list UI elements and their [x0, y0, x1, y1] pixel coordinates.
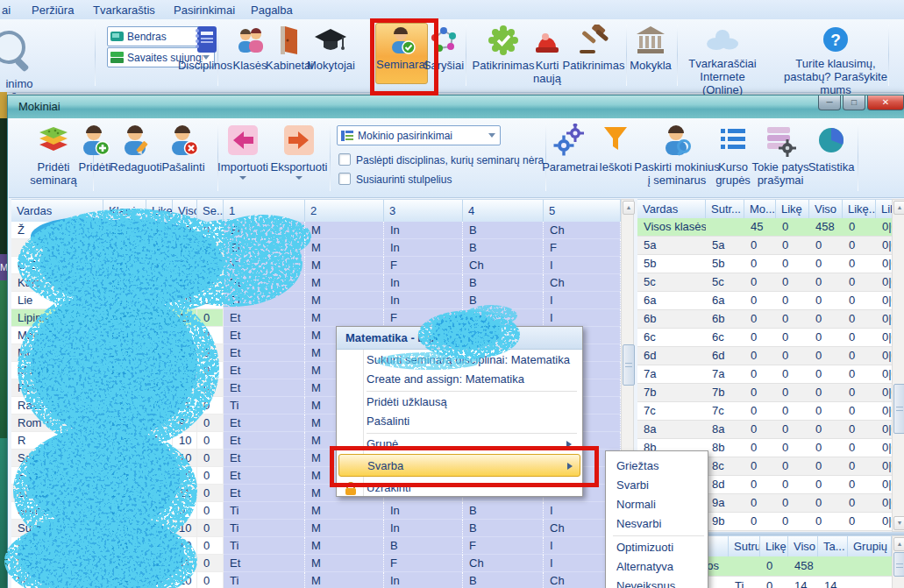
column-header[interactable]: Vardas	[637, 200, 706, 219]
table-row[interactable]: Lie12a0100EtMInBI	[11, 292, 621, 309]
scrollbar-thumb[interactable]	[623, 344, 635, 386]
table-cell: 0	[146, 222, 173, 239]
submenu-item-neveiksnus[interactable]: Neveiksnus	[616, 577, 704, 588]
menu-item-failai[interactable]: ai	[0, 2, 16, 18]
ribbon-button-klases[interactable]: Klasės	[231, 23, 269, 72]
table-row[interactable]: Lipins T12a0110EtMFChI	[11, 309, 621, 327]
table-cell: 0	[843, 365, 876, 383]
submenu-item-normali[interactable]: Normali	[616, 495, 704, 514]
table-row[interactable]: 6b6b00000|0	[637, 310, 892, 329]
column-header[interactable]: 1	[224, 200, 305, 223]
menu-item-tvarkarastis[interactable]: Tvarkaraštis	[88, 2, 160, 18]
table-row[interactable]: Va12a0110EtMFChI	[11, 555, 621, 572]
scroll-up-icon[interactable]: ▲	[893, 537, 904, 551]
window-titlebar[interactable]: Mokiniai ─ □ ✕	[8, 96, 904, 118]
menu-item-remove[interactable]: Pašalinti	[367, 412, 577, 431]
narrow-columns-checkbox[interactable]: Susiaurinti stulpelius	[338, 173, 452, 186]
column-header[interactable]: 2	[305, 200, 384, 223]
column-header[interactable]: Viso	[788, 536, 818, 557]
toolbar-button-label: Tokie patys prašymai	[747, 160, 814, 187]
column-header[interactable]: Likę...	[876, 200, 892, 219]
table-row[interactable]: 7a7a00000|0	[637, 365, 892, 384]
ribbon-button-disciplinos[interactable]: Disciplinos	[177, 23, 233, 72]
menu-item-pagalba[interactable]: Pagalba	[246, 2, 298, 18]
import-button[interactable]: Importuoti	[214, 124, 272, 180]
classes-table-scrollbar[interactable]: ▲ ▼	[892, 199, 904, 532]
menu-item-create-seminar[interactable]: Sukurti seminarą disciplinai: Matematika	[367, 351, 577, 370]
scrollbar-thumb[interactable]	[893, 552, 904, 577]
scrollbar-thumb[interactable]	[893, 384, 904, 434]
hide-disciplines-checkbox[interactable]: Paslėpti disciplinas, kurių seminarų nėr…	[338, 153, 544, 166]
table-cell: 0	[197, 432, 224, 450]
submenu-item-optimizuoti[interactable]: Optimizuoti	[616, 538, 704, 557]
table-row[interactable]: 12a0100EtMInBF	[11, 239, 621, 257]
submenu-item-nesvarbi[interactable]: Nesvarbi	[616, 514, 704, 534]
ribbon-button-mokytojai[interactable]: Mokytojai	[307, 23, 354, 72]
table-row[interactable]: Č Z12a0100TiMFChI	[11, 257, 621, 274]
scroll-up-icon[interactable]: ▲	[623, 201, 635, 215]
column-header[interactable]: Ta...	[818, 536, 848, 557]
ribbon-button-help-feedback[interactable]: ? Turite klausimų, pastabų? Parašykite m…	[772, 23, 900, 96]
table-row[interactable]: 8a8a00000|0	[637, 421, 892, 439]
scroll-up-icon[interactable]: ▲	[893, 201, 904, 215]
menu-item-create-assign[interactable]: Create and assign: Matematika	[367, 370, 577, 389]
table-row[interactable]: 6c6c00000|0	[637, 329, 892, 347]
minimize-button[interactable]: ─	[818, 96, 841, 110]
column-header[interactable]: Viso	[809, 200, 843, 219]
ribbon-button-kurti-nauja[interactable]: Kurti naują	[530, 23, 565, 85]
table-row[interactable]: 6a6a00000|0	[637, 292, 892, 310]
table-row[interactable]: 6d6d00000|0	[637, 347, 892, 365]
ribbon-button-mokykla[interactable]: Mokykla	[626, 23, 675, 72]
submenu-item-grieztas[interactable]: Griežtas	[616, 457, 704, 476]
print-preview-icon[interactable]	[0, 25, 30, 74]
table-row[interactable]: 5a5a00000|0	[637, 237, 892, 255]
column-header[interactable]: Viso	[173, 200, 197, 223]
export-button[interactable]: Eksportuoti	[268, 124, 330, 180]
menu-item-add-request[interactable]: Pridėti užklausą	[367, 393, 577, 412]
column-header[interactable]: Se...	[197, 200, 224, 223]
column-header[interactable]: Likę	[760, 536, 788, 557]
scroll-down-icon[interactable]: ▼	[893, 516, 904, 530]
column-header[interactable]: 5	[544, 200, 621, 223]
table-row[interactable]: 5c5c00000|0	[637, 273, 892, 292]
summary-table-scrollbar[interactable]: ▲	[892, 535, 904, 588]
statistics-button[interactable]: Statistika	[805, 124, 858, 174]
submenu-item-alternatyva[interactable]: Alternatyva	[616, 557, 704, 577]
table-row[interactable]: Sem A12a090TiMInBI	[11, 502, 621, 520]
column-header[interactable]: 4	[463, 200, 544, 223]
table-row[interactable]: 5b5b00000|0	[637, 255, 892, 273]
remove-student-button[interactable]: Pašalinti	[156, 124, 210, 174]
column-header[interactable]: Mo...	[744, 200, 776, 219]
column-header[interactable]: Likę	[146, 200, 173, 223]
table-row[interactable]: Ž12a0100EtMInBCh	[11, 222, 621, 239]
column-header[interactable]: Klasė	[103, 200, 146, 223]
ribbon-button-kabinetai[interactable]: Kabinetai	[266, 23, 311, 72]
maximize-button[interactable]: □	[843, 96, 865, 110]
column-header[interactable]: Likę	[776, 200, 809, 219]
ribbon-button-tvarkarasciai-online[interactable]: Tvarkaraščiai Internete (Online)	[682, 23, 763, 96]
table-row[interactable]: W12a0100TiMInBCh	[11, 572, 621, 588]
column-header[interactable]: Sutr...	[706, 200, 744, 219]
close-button[interactable]: ✕	[867, 96, 904, 110]
table-cell: 0	[744, 292, 776, 309]
menu-item-perziura[interactable]: Peržiūra	[26, 2, 79, 18]
column-header[interactable]: Grupių p	[848, 536, 892, 557]
table-row[interactable]: 7c7c00000|0	[637, 402, 892, 421]
table-row[interactable]: Visos klasės45045800|0	[637, 218, 892, 237]
ribbon-button-patikrinimas-2[interactable]: Patikrinimas	[562, 23, 625, 72]
table-row[interactable]: Urb12a0100TiMBFI	[11, 537, 621, 555]
table-row[interactable]: Surm12a0100TiMInBCh	[11, 520, 621, 537]
table-row[interactable]: Kars12a090EtMInBCh	[11, 274, 621, 292]
column-header[interactable]: Likę...	[843, 200, 876, 219]
same-requests-button[interactable]: Tokie patys prašymai	[747, 124, 814, 187]
column-header[interactable]: Sutru...	[729, 536, 760, 557]
table-row[interactable]: 7b7b00000|0	[637, 384, 892, 402]
student-choices-combo[interactable]: Mokinio pasirinkimai	[337, 125, 501, 145]
column-header[interactable]: Vardas	[11, 200, 103, 223]
parameters-button[interactable]: Parametrai	[540, 124, 600, 174]
table-cell: 9b	[706, 513, 744, 530]
ribbon-button-patikrinimas-1[interactable]: Patikrinimas	[472, 23, 535, 72]
menu-item-pasirinkimai[interactable]: Pasirinkimai	[168, 2, 240, 18]
submenu-item-svarbi[interactable]: Svarbi	[616, 476, 704, 495]
column-header[interactable]: 3	[384, 200, 463, 223]
